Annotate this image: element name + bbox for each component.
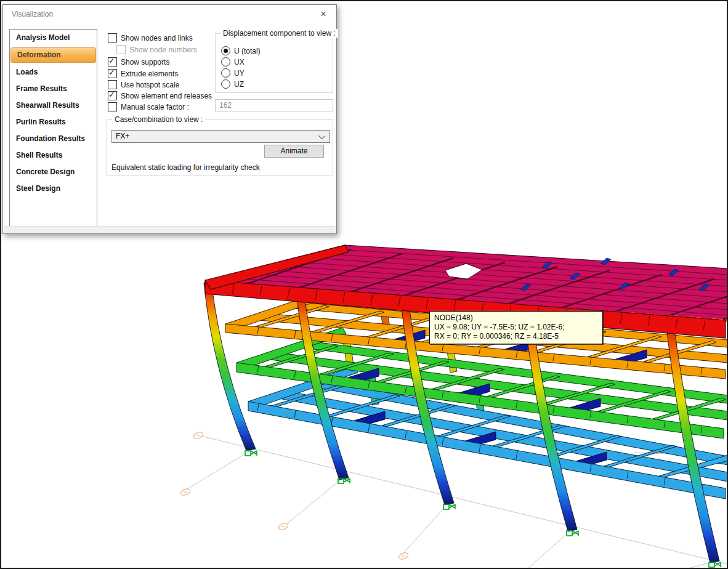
manual-scale-input[interactable]: 162 xyxy=(215,99,333,111)
visualization-dialog: Visualization × Analysis Model Deformati… xyxy=(2,4,337,234)
node-tooltip-translations: UX = 9.08; UY = -7.5E-5; UZ = 1.02E-6; xyxy=(434,323,598,332)
grid-bubbles xyxy=(180,431,409,560)
checkbox-extrude-elements[interactable]: ✓ Extrude elements xyxy=(108,69,178,78)
node-tooltip: NODE(148) UX = 9.08; UY = -7.5E-5; UZ = … xyxy=(429,311,603,344)
sidebar-item-loads[interactable]: Loads xyxy=(10,64,97,81)
close-icon[interactable]: × xyxy=(317,8,330,20)
sidebar-item-shell-results[interactable]: Shell Results xyxy=(10,147,97,164)
displacement-group-title: Displacement component to view : xyxy=(220,29,338,38)
check-icon: ✓ xyxy=(108,56,115,65)
radio-u-total[interactable]: U (total) xyxy=(221,46,261,55)
checkbox-box[interactable] xyxy=(108,102,117,111)
checkbox-box[interactable] xyxy=(108,33,117,42)
case-combobox[interactable]: FX+ xyxy=(111,130,330,143)
checkbox-box[interactable] xyxy=(108,80,117,89)
radio-dot[interactable] xyxy=(221,79,230,89)
radio-dot[interactable] xyxy=(221,68,230,78)
displacement-groupbox: Displacement component to view : U (tota… xyxy=(215,33,333,93)
check-icon: ✓ xyxy=(108,90,115,99)
checkbox-show-node-numbers: Show node numbers xyxy=(116,45,197,54)
chevron-down-icon xyxy=(318,133,325,139)
sidebar-item-deformation[interactable]: Deformation xyxy=(10,47,96,63)
sidebar-item-concrete-design[interactable]: Concrete Design xyxy=(10,164,97,180)
case-description: Equivalent static loading for irregulari… xyxy=(111,163,260,172)
node-tooltip-title: NODE(148) xyxy=(434,313,598,323)
radio-uy[interactable]: UY xyxy=(221,68,245,78)
sidebar-item-frame-results[interactable]: Frame Results xyxy=(10,81,97,97)
dialog-titlebar[interactable]: Visualization × xyxy=(3,5,336,23)
sidebar-item-shearwall-results[interactable]: Shearwall Results xyxy=(10,97,97,114)
checkbox-manual-scale-factor[interactable]: Manual scale factor : xyxy=(108,102,189,111)
animate-button[interactable]: Animate xyxy=(264,145,324,158)
checkbox-box[interactable]: ✓ xyxy=(108,69,117,78)
radio-dot[interactable] xyxy=(221,57,230,67)
checkbox-box[interactable]: ✓ xyxy=(108,91,117,100)
case-group-title: Case/combination to view : xyxy=(112,115,205,124)
category-list: Analysis Model Deformation Loads Frame R… xyxy=(9,29,97,230)
checkbox-show-element-end-releases[interactable]: ✓ Show element end releases xyxy=(108,91,212,100)
node-tooltip-rotations: RX = 0; RY = 0.000346; RZ = 4.18E-5 xyxy=(434,332,598,341)
radio-uz[interactable]: UZ xyxy=(221,79,244,89)
sidebar-item-steel-design[interactable]: Steel Design xyxy=(10,180,97,197)
checkbox-show-nodes-and-links[interactable]: Show nodes and links xyxy=(108,33,193,42)
sidebar-item-analysis-model[interactable]: Analysis Model xyxy=(10,30,97,46)
checkbox-use-hotspot-scale[interactable]: Use hotspot scale xyxy=(108,80,179,89)
checkbox-show-supports[interactable]: ✓ Show supports xyxy=(108,57,169,67)
sidebar-item-purlin-results[interactable]: Purlin Results xyxy=(10,114,97,131)
checkbox-box xyxy=(116,45,126,54)
radio-dot[interactable] xyxy=(221,46,230,55)
checkbox-box[interactable]: ✓ xyxy=(108,57,117,67)
dialog-footer xyxy=(4,226,336,233)
radio-ux[interactable]: UX xyxy=(221,57,245,67)
sidebar-item-foundation-results[interactable]: Foundation Results xyxy=(10,131,97,147)
support-markers xyxy=(245,451,721,567)
check-icon: ✓ xyxy=(108,68,115,77)
dialog-title: Visualization xyxy=(12,10,53,18)
